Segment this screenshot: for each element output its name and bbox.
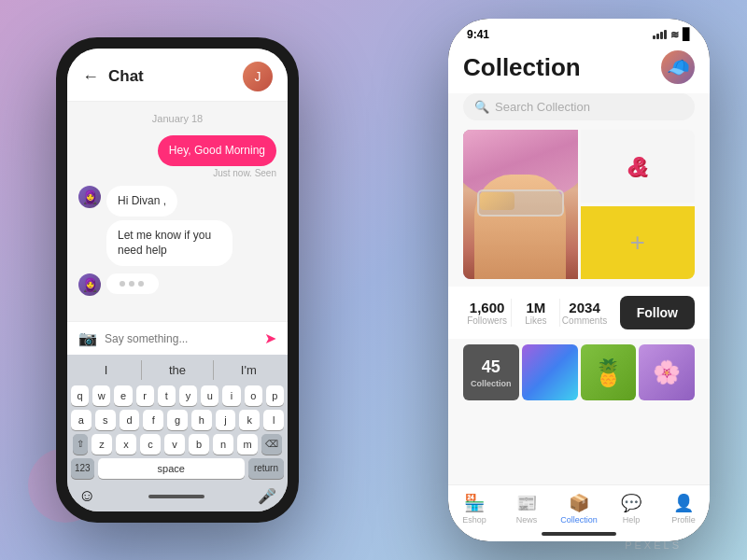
profile-label: Profile [671,515,696,525]
key-d[interactable]: d [120,410,140,430]
profile-icon: 👤 [673,493,694,513]
keyboard-row-4: 123 space return [71,458,284,479]
collection-count-label: Collection [471,379,512,388]
nav-eshop[interactable]: 🏪 Eshop [448,493,500,525]
keyboard-bottom: ☺ 🎤 [71,483,284,508]
status-time: 9:41 [467,28,489,41]
collection-count-thumb[interactable]: 45 Collection [463,344,519,400]
follow-button[interactable]: Follow [620,296,695,329]
typing-row: 🧕 [78,273,276,296]
status-bar: 9:41 ≋ ▊ [448,19,710,45]
key-k[interactable]: k [239,410,260,430]
delete-key[interactable]: ⌫ [261,434,282,455]
collection-phone: 9:41 ≋ ▊ Collection 🧢 🔍 Search Col [448,19,710,541]
key-n[interactable]: n [213,434,233,455]
space-key[interactable]: space [98,458,245,479]
grid-add-button[interactable]: + [581,206,696,279]
sent-message: Hey, Good Morning [158,135,276,166]
sender-avatar: 🧕 [78,186,101,208]
send-icon[interactable]: ➤ [264,329,276,347]
key-w[interactable]: w [92,385,110,406]
signal-bars [653,30,667,39]
signal-bar-3 [660,32,663,39]
date-label: January 18 [78,113,276,124]
nav-collection[interactable]: 📦 Collection [553,493,605,525]
chat-title: Chat [108,67,233,86]
key-m[interactable]: m [237,434,258,455]
key-h[interactable]: h [191,410,212,430]
key-s[interactable]: s [95,410,116,430]
comments-stat: 2034 Comments [560,300,608,326]
typing-dot-1 [120,281,125,287]
key-a[interactable]: a [71,410,92,430]
key-l[interactable]: l [263,410,284,430]
typing-dot-2 [129,281,134,287]
stats-row: 1,600 Followers 1M Likes 2034 Comments F… [448,287,710,339]
search-bar[interactable]: 🔍 Search Collection [463,93,695,120]
help-icon: 💬 [621,493,641,513]
flower-thumb[interactable]: 🌸 [639,344,695,400]
pineapple-thumb[interactable]: 🍍 [581,344,637,400]
home-bar [148,495,204,498]
key-g[interactable]: g [167,410,188,430]
message-input[interactable] [105,332,257,345]
keyboard-row-1: q w e r t y u i o p [71,385,284,406]
camera-icon[interactable]: 📷 [78,329,97,347]
key-c[interactable]: c [140,434,161,455]
received-message-row: 🧕 Hi Divan , Let me know if you need hel… [78,186,276,266]
collection-header: Collection 🧢 [448,45,710,93]
eshop-icon: 🏪 [464,493,485,513]
key-j[interactable]: j [216,410,236,430]
suggestion-im[interactable]: I'm [214,360,284,380]
chat-avatar[interactable]: J [243,62,273,91]
typing-avatar: 🧕 [78,273,101,296]
return-key[interactable]: return [248,458,284,479]
key-x[interactable]: x [116,434,136,455]
key-r[interactable]: r [136,385,154,406]
key-v[interactable]: v [164,434,185,455]
key-y[interactable]: y [179,385,197,406]
chat-input-area: 📷 ➤ [67,321,288,355]
key-p[interactable]: p [266,385,284,406]
gradient-thumb[interactable] [522,344,578,400]
key-z[interactable]: z [92,434,112,455]
collection-avatar[interactable]: 🧢 [661,50,695,84]
key-e[interactable]: e [114,385,132,406]
bottom-nav: 🏪 Eshop 📰 News 📦 Collection 💬 Help 👤 Pro… [448,484,710,528]
followers-label: Followers [463,315,511,326]
chat-phone: ← Chat J January 18 Hey, Good Morning Ju… [56,37,299,523]
key-t[interactable]: t [158,385,176,406]
comments-value: 2034 [560,300,608,315]
back-icon[interactable]: ← [82,67,99,87]
microphone-icon[interactable]: 🎤 [258,487,276,505]
shift-key[interactable]: ⇧ [73,434,88,455]
thumbnail-strip: 45 Collection 🍍 🌸 [448,344,710,400]
key-f[interactable]: f [143,410,163,430]
key-o[interactable]: o [245,385,262,406]
key-i[interactable]: i [222,385,240,406]
nav-help[interactable]: 💬 Help [605,493,657,525]
keyboard: I the I'm q w e r t y u i o p a s d f [67,355,288,511]
chat-header: ← Chat J [67,49,288,102]
nav-profile[interactable]: 👤 Profile [657,493,710,525]
message-status: Just now. Seen [213,168,276,178]
key-b[interactable]: b [189,434,209,455]
likes-stat: 1M Likes [512,300,559,326]
numbers-key[interactable]: 123 [71,458,94,479]
help-label: Help [623,515,641,525]
pineapple-icon: 🍍 [592,357,625,388]
battery-icon: ▊ [683,28,691,41]
nav-news[interactable]: 📰 News [500,493,553,525]
key-u[interactable]: u [201,385,218,406]
typing-indicator [106,273,159,294]
suggestion-i[interactable]: I [71,360,142,380]
signal-bar-4 [664,30,667,39]
key-q[interactable]: q [71,385,89,406]
suggestion-the[interactable]: the [142,360,213,380]
signal-bar-2 [656,34,659,39]
news-icon: 📰 [516,493,537,513]
received-messages: Hi Divan , Let me know if you need help [106,186,275,266]
likes-label: Likes [512,315,559,326]
news-label: News [516,515,538,525]
emoji-icon[interactable]: ☺ [78,486,95,506]
